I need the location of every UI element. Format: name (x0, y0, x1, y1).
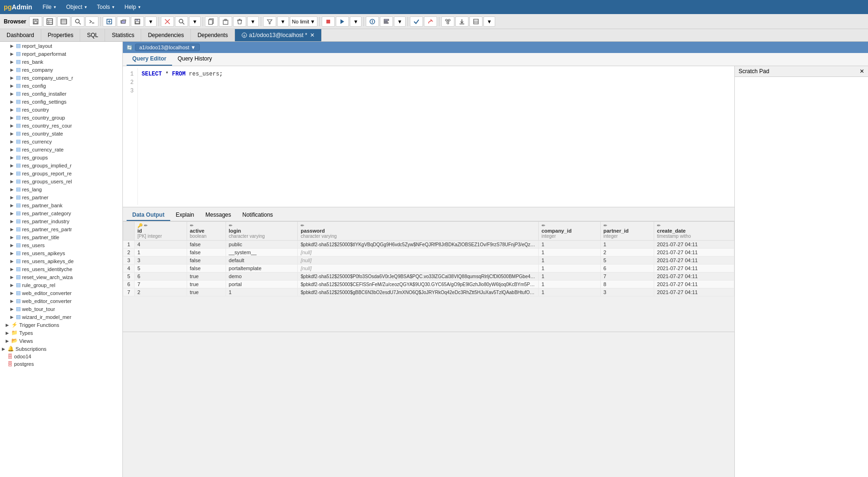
tree-item-res-company-users[interactable]: ▶ ▤ res_company_users_r (0, 74, 122, 82)
tree-item-res-groups-report[interactable]: ▶ ▤ res_groups_report_re (0, 169, 122, 177)
tree-item-res-partner-title[interactable]: ▶ ▤ res_partner_title (0, 233, 122, 241)
scratch-pad-content[interactable] (735, 77, 868, 81)
tree-item-res-groups[interactable]: ▶ ▤ res_groups (0, 153, 122, 161)
tb-explain-analyze-btn[interactable] (366, 16, 379, 27)
results-tab-explain[interactable]: Explain (170, 210, 200, 221)
menu-file[interactable]: File ▼ (38, 2, 61, 12)
tree-item-wizard-ir-model[interactable]: ▶ ▤ wizard_ir_model_mer (0, 313, 122, 321)
tb-run-btn[interactable] (336, 16, 349, 27)
tree-item-web-editor-1[interactable]: ▶ ▤ web_editor_converter (0, 289, 122, 297)
tb-commit-btn[interactable] (410, 16, 423, 27)
sql-editor[interactable]: 1 2 3 SELECT * FROM res_users; (123, 66, 734, 207)
tb-clear-btn[interactable] (161, 16, 174, 27)
nav-tab-dependents[interactable]: Dependents (191, 29, 235, 41)
tab-query-editor[interactable]: Query Editor (127, 53, 172, 66)
tb-list-btn[interactable] (57, 16, 70, 27)
tb-new-btn[interactable] (103, 16, 116, 27)
tree-item-res-config-installer[interactable]: ▶ ▤ res_config_installer (0, 90, 122, 98)
th-create-date[interactable]: ✏ create_date timestamp witho (654, 222, 734, 241)
th-password[interactable]: ✏ password character varying (298, 222, 538, 241)
tree-item-types[interactable]: ▶ 📁 Types (0, 329, 122, 337)
tb-delete-btn[interactable] (233, 16, 246, 27)
tree-item-res-users-apikeys-de[interactable]: ▶ ▤ res_users_apikeys_de (0, 257, 122, 265)
tb-save-btn[interactable] (29, 16, 42, 27)
results-h-scrollbar[interactable] (123, 332, 734, 338)
connection-badge[interactable]: a1/odoo13@localhost ▼ (135, 44, 200, 51)
tb-copy-rows-btn[interactable] (205, 16, 218, 27)
tb-more-dropdown-btn[interactable]: ▼ (483, 16, 495, 27)
tb-macros-btn[interactable] (441, 16, 454, 27)
nav-tab-statistics[interactable]: Statistics (105, 29, 141, 41)
tree-item-res-country-group[interactable]: ▶ ▤ res_country_group (0, 114, 122, 121)
tree-item-res-partner-res[interactable]: ▶ ▤ res_partner_res_partr (0, 225, 122, 233)
tree-item-res-bank[interactable]: ▶ ▤ res_bank (0, 58, 122, 66)
th-login[interactable]: ✏ login character varying (226, 222, 298, 241)
no-limit-dropdown[interactable]: No limit ▼ (290, 16, 318, 27)
tree-item-res-partner[interactable]: ▶ ▤ res_partner (0, 193, 122, 201)
tree-item-res-currency[interactable]: ▶ ▤ res_currency (0, 137, 122, 145)
tree-item-report-layout[interactable]: ▶ ▤ report_layout (0, 42, 122, 50)
tab-query-history[interactable]: Query History (172, 53, 218, 66)
nav-tab-dependencies[interactable]: Dependencies (141, 29, 191, 41)
tree-item-odoo14[interactable]: 🗄 odoo14 (0, 353, 122, 360)
th-company-id[interactable]: ✏ company_id integer (538, 222, 600, 241)
tree-item-report-paperformat[interactable]: ▶ ▤ report_paperformat (0, 50, 122, 58)
tree-item-rule-group[interactable]: ▶ ▤ rule_group_rel (0, 281, 122, 289)
results-tab-notifications[interactable]: Notifications (237, 210, 279, 221)
tree-item-res-country-res-cour[interactable]: ▶ ▤ res_country_res_cour (0, 121, 122, 129)
nav-tab-properties[interactable]: Properties (41, 29, 81, 41)
tree-item-res-users-apikeys[interactable]: ▶ ▤ res_users_apikeys (0, 249, 122, 257)
th-active[interactable]: ✏ active boolean (187, 222, 226, 241)
results-tab-messages[interactable]: Messages (200, 210, 237, 221)
tb-download-btn[interactable] (455, 16, 468, 27)
tree-item-res-company[interactable]: ▶ ▤ res_company (0, 66, 122, 74)
tree-item-res-country-state[interactable]: ▶ ▤ res_country_state (0, 129, 122, 137)
tree-item-res-partner-bank[interactable]: ▶ ▤ res_partner_bank (0, 201, 122, 209)
tb-search-btn[interactable] (71, 16, 84, 27)
tb-stop-btn[interactable] (322, 16, 335, 27)
tree-item-web-tour[interactable]: ▶ ▤ web_tour_tour (0, 305, 122, 313)
tree-item-res-lang[interactable]: ▶ ▤ res_lang (0, 185, 122, 193)
tb-save-file-btn[interactable] (131, 16, 144, 27)
tree-item-res-groups-implied[interactable]: ▶ ▤ res_groups_implied_r (0, 161, 122, 169)
tb-table-btn[interactable] (43, 16, 56, 27)
menu-tools[interactable]: Tools ▼ (92, 2, 120, 12)
tree-item-res-currency-rate[interactable]: ▶ ▤ res_currency_rate (0, 145, 122, 153)
results-tab-data-output[interactable]: Data Output (127, 210, 170, 221)
nav-tab-query-editor[interactable]: a a1/odoo13@localhost * ✕ (235, 29, 322, 41)
tree-item-postgres[interactable]: 🗄 postgres (0, 360, 122, 368)
tree-item-res-groups-users[interactable]: ▶ ▤ res_groups_users_rel (0, 177, 122, 185)
nav-tab-sql[interactable]: SQL (80, 29, 105, 41)
tb-more-btn[interactable] (469, 16, 483, 27)
tree-item-reset-view[interactable]: ▶ ▤ reset_view_arch_wiza (0, 273, 122, 281)
tb-save-dropdown-btn[interactable]: ▼ (145, 16, 157, 27)
menu-help[interactable]: Help ▼ (120, 2, 146, 12)
tree-item-subscriptions[interactable]: ▶ 🔔 Subscriptions (0, 345, 122, 353)
tb-filter-dropdown-btn[interactable]: ▼ (277, 16, 289, 27)
tb-filter-btn[interactable] (263, 16, 276, 27)
nav-tab-dashboard[interactable]: Dashboard (0, 29, 41, 41)
th-id[interactable]: 🔑 ✏ id [PK] integer (135, 222, 187, 241)
tb-explain-dropdown-btn[interactable]: ▼ (394, 16, 406, 27)
menu-object[interactable]: Object ▼ (61, 2, 92, 12)
data-table-container[interactable]: 🔑 ✏ id [PK] integer ✏ active (123, 221, 734, 332)
tree-item-web-editor-2[interactable]: ▶ ▤ web_editor_converter (0, 297, 122, 305)
tb-explain-btn[interactable] (380, 16, 393, 27)
tb-paste-btn[interactable] (219, 16, 232, 27)
tb-run-dropdown-btn[interactable]: ▼ (350, 16, 362, 27)
tree-item-res-config-settings[interactable]: ▶ ▤ res_config_settings (0, 98, 122, 106)
tree-item-res-country[interactable]: ▶ ▤ res_country (0, 106, 122, 114)
tb-rollback-btn[interactable] (424, 16, 437, 27)
tree-item-res-partner-category[interactable]: ▶ ▤ res_partner_category (0, 209, 122, 217)
tree-item-res-users[interactable]: ▶ ▤ res_users (0, 241, 122, 249)
tree-item-trigger-functions[interactable]: ▶ ⚡ Trigger Functions (0, 321, 122, 329)
tree-item-res-config[interactable]: ▶ ▤ res_config (0, 82, 122, 90)
scratch-pad-close[interactable]: ✕ (860, 68, 864, 75)
tree-item-res-users-identity[interactable]: ▶ ▤ res_users_identityche (0, 265, 122, 273)
tree-item-res-partner-industry[interactable]: ▶ ▤ res_partner_industry (0, 217, 122, 225)
tb-find-dropdown-btn[interactable]: ▼ (189, 16, 201, 27)
tb-open-btn[interactable] (117, 16, 130, 27)
th-partner-id[interactable]: ✏ partner_id integer (600, 222, 654, 241)
tb-query-btn[interactable] (85, 16, 98, 27)
tb-find-btn[interactable] (175, 16, 188, 27)
